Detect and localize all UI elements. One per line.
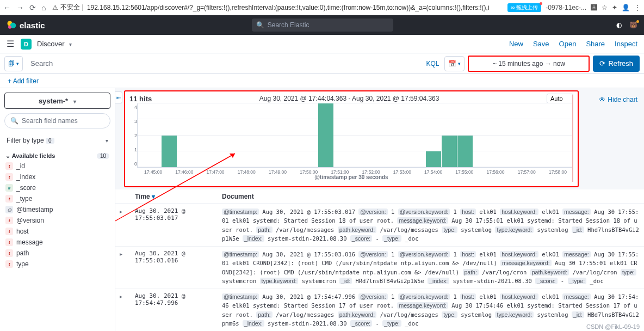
profile-icon[interactable]: 👤 bbox=[622, 4, 630, 11]
query-bar: 🗐 ▾ Search KQL 📅 ▾ ~ 15 minutes ago → no… bbox=[0, 53, 644, 74]
expand-row-button[interactable]: ▸ bbox=[120, 207, 135, 214]
field-token-icon: t bbox=[5, 162, 13, 170]
date-range-display[interactable]: ~ 15 minutes ago → now bbox=[468, 56, 590, 72]
field-search-input[interactable]: 🔍Search field names bbox=[4, 113, 110, 128]
elastic-logo[interactable]: elastic bbox=[7, 20, 45, 30]
date-quick-button[interactable]: 📅 ▾ bbox=[444, 56, 465, 71]
row-document: @timestamp: Aug 30, 2021 @ 17:55:03.017 … bbox=[222, 207, 640, 243]
expand-row-button[interactable]: ▸ bbox=[120, 292, 135, 299]
refresh-icon: ⟳ bbox=[599, 59, 605, 68]
histogram-bar[interactable] bbox=[457, 136, 473, 168]
field-item[interactable]: #_score bbox=[4, 182, 110, 193]
translate-icon[interactable]: 🅰 bbox=[591, 4, 597, 11]
space-badge[interactable]: D bbox=[21, 39, 32, 50]
breadcrumb[interactable]: Discover bbox=[37, 40, 72, 48]
histogram-bar[interactable] bbox=[442, 136, 457, 168]
global-search[interactable]: 🔍 Search Elastic bbox=[252, 19, 393, 32]
document-table: Time ▾ Document ▸Aug 30, 2021 @ 17:55:03… bbox=[115, 189, 644, 331]
watermark: CSDN @FikL-09-19 bbox=[586, 323, 640, 330]
field-item[interactable]: ◷@timestamp bbox=[4, 204, 110, 215]
filter-bar: + Add filter bbox=[0, 74, 644, 88]
histogram-bar[interactable] bbox=[162, 136, 177, 168]
upload-extension[interactable]: ∞ 拖拽上传 bbox=[507, 3, 541, 12]
refresh-button[interactable]: ⟳Refresh bbox=[593, 56, 640, 72]
field-token-icon: t bbox=[5, 260, 13, 268]
field-token-icon: t bbox=[5, 238, 13, 246]
brush-cursor bbox=[572, 95, 573, 182]
extension-icon[interactable]: ✦ bbox=[612, 4, 617, 11]
reload-icon[interactable]: ⟳ bbox=[29, 3, 36, 12]
index-pattern-select[interactable]: system-* bbox=[4, 93, 110, 109]
field-token-icon: t bbox=[5, 249, 13, 257]
star-icon[interactable]: ☆ bbox=[602, 4, 608, 11]
expand-row-button[interactable]: ▸ bbox=[120, 250, 135, 257]
back-icon[interactable]: ← bbox=[3, 3, 11, 12]
table-row: ▸Aug 30, 2021 @ 17:55:03.016@timestamp: … bbox=[115, 247, 644, 289]
field-item[interactable]: tpath bbox=[4, 248, 110, 259]
forward-icon[interactable]: → bbox=[16, 3, 24, 12]
browser-chrome: ← → ⟳ ⌂ ⚠ 不安全 | 192.168.15.12:5601/app/d… bbox=[0, 0, 644, 15]
filter-by-type[interactable]: Filter by type 0 bbox=[4, 133, 110, 148]
newsfeed-icon[interactable]: 🐻 bbox=[629, 21, 637, 29]
field-item[interactable]: t_type bbox=[4, 193, 110, 204]
field-token-icon: ◷ bbox=[5, 206, 13, 213]
chart-x-label: @timestamp per 30 seconds bbox=[129, 174, 573, 180]
row-document: @timestamp: Aug 30, 2021 @ 17:54:47.996 … bbox=[222, 292, 640, 328]
row-document: @timestamp: Aug 30, 2021 @ 17:55:03.016 … bbox=[222, 250, 640, 285]
field-token-icon: t bbox=[5, 217, 13, 224]
field-item[interactable]: t_index bbox=[4, 171, 110, 182]
chart-time-range: Aug 30, 2021 @ 17:44:04.363 - Aug 30, 20… bbox=[152, 95, 547, 102]
field-token-icon: # bbox=[5, 184, 13, 192]
row-time: Aug 30, 2021 @ 17:54:47.996 bbox=[135, 292, 222, 307]
search-icon: 🔍 bbox=[10, 117, 18, 125]
row-time: Aug 30, 2021 @ 17:55:03.016 bbox=[135, 250, 222, 264]
column-time[interactable]: Time ▾ bbox=[135, 193, 222, 200]
histogram-panel: 11 hits Aug 30, 2021 @ 17:44:04.363 - Au… bbox=[124, 90, 579, 187]
discover-content: ⇤ 11 hits Aug 30, 2021 @ 17:44:04.363 - … bbox=[115, 88, 644, 331]
nav-link-open[interactable]: Open bbox=[559, 40, 577, 48]
nav-link-share[interactable]: Share bbox=[586, 40, 605, 48]
url-text[interactable]: 192.168.15.12:5601/app/discover#/?_g=(fi… bbox=[87, 4, 490, 11]
svg-point-2 bbox=[8, 26, 11, 29]
available-fields-header[interactable]: ⌄ Available fields 10 bbox=[4, 151, 110, 161]
field-item[interactable]: t@version bbox=[4, 215, 110, 226]
nav-link-new[interactable]: New bbox=[509, 40, 523, 48]
nav-toggle-icon[interactable]: ☰ bbox=[7, 39, 14, 49]
global-header: elastic 🔍 Search Elastic ◐ 🐻 bbox=[0, 15, 644, 35]
insecure-icon: ⚠ 不安全 | bbox=[52, 3, 83, 12]
query-lang-toggle[interactable]: KQL bbox=[426, 60, 439, 68]
menu-icon[interactable]: ⋮ bbox=[634, 4, 641, 11]
histogram-bar[interactable] bbox=[426, 151, 441, 167]
row-time: Aug 30, 2021 @ 17:55:03.017 bbox=[135, 207, 222, 222]
query-options-button[interactable]: 🗐 ▾ bbox=[4, 56, 23, 71]
query-input[interactable]: Search bbox=[26, 56, 423, 71]
tab-tail: -0978-11ec-... bbox=[546, 4, 586, 11]
field-token-icon: t bbox=[5, 228, 13, 235]
field-token-icon: t bbox=[5, 173, 13, 181]
help-icon[interactable]: ◐ bbox=[616, 21, 622, 29]
add-filter-button[interactable]: + Add filter bbox=[8, 77, 39, 85]
column-document[interactable]: Document bbox=[222, 193, 640, 200]
field-item[interactable]: ttype bbox=[4, 259, 110, 269]
field-item[interactable]: tmessage bbox=[4, 237, 110, 248]
interval-select[interactable]: Auto bbox=[547, 94, 573, 103]
home-icon[interactable]: ⌂ bbox=[41, 3, 46, 12]
histogram-bar[interactable] bbox=[318, 103, 333, 167]
nav-link-save[interactable]: Save bbox=[533, 40, 549, 48]
app-nav: ☰ D Discover NewSaveOpenShareInspect bbox=[0, 35, 644, 53]
eye-icon: 👁 bbox=[599, 96, 605, 103]
field-item[interactable]: thost bbox=[4, 226, 110, 237]
sidebar-collapse-button[interactable]: ⇤ bbox=[115, 91, 122, 103]
table-row: ▸Aug 30, 2021 @ 17:54:47.996@timestamp: … bbox=[115, 289, 644, 331]
field-token-icon: t bbox=[5, 195, 13, 203]
table-row: ▸Aug 30, 2021 @ 17:55:03.017@timestamp: … bbox=[115, 204, 644, 247]
search-icon: 🔍 bbox=[256, 21, 264, 29]
field-item[interactable]: t_id bbox=[4, 161, 110, 171]
hide-chart-button[interactable]: 👁Hide chart bbox=[599, 96, 637, 103]
fields-sidebar: system-* 🔍Search field names Filter by t… bbox=[0, 88, 115, 331]
nav-link-inspect[interactable]: Inspect bbox=[615, 40, 637, 48]
